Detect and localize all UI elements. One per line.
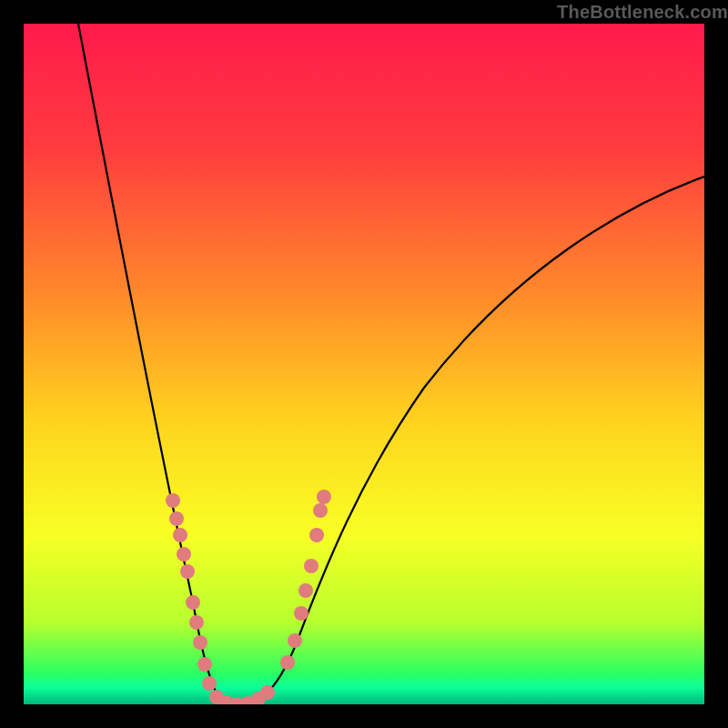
data-marker bbox=[193, 635, 207, 650]
data-marker bbox=[304, 559, 318, 573]
data-marker bbox=[260, 685, 275, 700]
data-marker bbox=[197, 657, 212, 672]
data-marker bbox=[280, 655, 295, 670]
data-marker bbox=[298, 583, 313, 598]
data-marker bbox=[173, 528, 187, 542]
data-marker bbox=[288, 633, 302, 648]
data-marker bbox=[186, 595, 200, 610]
data-marker bbox=[313, 503, 328, 518]
chart-background-gradient bbox=[24, 24, 704, 704]
data-marker bbox=[317, 490, 331, 504]
data-marker bbox=[177, 547, 191, 561]
chart-canvas bbox=[24, 24, 704, 704]
data-marker bbox=[180, 564, 195, 579]
data-marker bbox=[166, 493, 180, 508]
watermark-text: TheBottleneck.com bbox=[557, 2, 728, 23]
data-marker bbox=[294, 606, 308, 621]
data-marker bbox=[169, 511, 184, 526]
data-marker bbox=[189, 615, 204, 630]
chart-frame bbox=[24, 24, 704, 704]
data-marker bbox=[309, 528, 324, 542]
data-marker bbox=[202, 676, 217, 691]
